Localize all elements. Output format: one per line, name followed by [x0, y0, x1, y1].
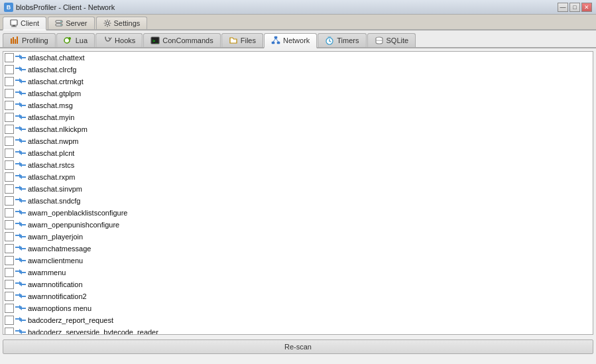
list-item[interactable]: atlaschat.sndcfg	[3, 195, 593, 207]
hooks-icon	[103, 36, 112, 45]
svg-rect-9	[13, 37, 14, 44]
window-controls[interactable]: — □ ✕	[558, 3, 592, 12]
list-item[interactable]: awarnmenu	[3, 267, 593, 278]
tab-files-label: Files	[241, 36, 256, 44]
network-icon	[271, 36, 280, 45]
list-item-checkbox[interactable]	[5, 268, 14, 277]
list-item-checkbox[interactable]	[5, 65, 14, 74]
tab-concommands[interactable]: >_ ConCommands	[143, 33, 220, 47]
list-item-checkbox[interactable]	[5, 208, 14, 217]
list-item-checkbox[interactable]	[5, 292, 14, 301]
list-item-label: badcoderz_report_request	[28, 316, 113, 324]
list-item[interactable]: badcoderz_report_request	[3, 314, 593, 326]
list-item[interactable]: awarnchatmessage	[3, 243, 593, 255]
list-item[interactable]: atlaschat.rstcs	[3, 159, 593, 171]
list-item-checkbox[interactable]	[5, 89, 14, 98]
tab-lua[interactable]: Lua	[56, 33, 95, 47]
maximize-button[interactable]: □	[569, 3, 580, 12]
network-arrow-icon	[15, 53, 26, 62]
list-item[interactable]: atlaschat.sinvpm	[3, 183, 593, 195]
list-item[interactable]: badcoderz_serverside_bytecode_reader	[3, 326, 593, 335]
window-title: blobsProfiler - Client - Network	[16, 3, 115, 11]
list-item[interactable]: atlaschat.msg	[3, 99, 593, 111]
list-item[interactable]: atlaschat.myin	[3, 111, 593, 123]
network-list[interactable]: atlaschat.chattext atlaschat.clrcfg atla…	[3, 51, 593, 335]
list-item-checkbox[interactable]	[5, 184, 14, 194]
svg-text:>_: >_	[152, 38, 158, 44]
list-item-checkbox[interactable]	[5, 172, 14, 182]
list-item-checkbox[interactable]	[5, 232, 14, 241]
list-item-checkbox[interactable]	[5, 137, 14, 146]
list-item-checkbox[interactable]	[5, 149, 14, 158]
list-item-checkbox[interactable]	[5, 113, 14, 122]
list-item[interactable]: atlaschat.nlkickpm	[3, 123, 593, 135]
list-item[interactable]: atlaschat.gtplpm	[3, 88, 593, 99]
list-item[interactable]: awarn_playerjoin	[3, 231, 593, 243]
list-item-checkbox[interactable]	[5, 101, 14, 110]
tab-server[interactable]: Server	[48, 17, 94, 29]
rescan-button[interactable]: Re-scan	[3, 339, 593, 354]
tab-files[interactable]: Files	[221, 33, 263, 47]
tab-profiling[interactable]: Profiling	[3, 33, 56, 47]
sub-tab-bar: Profiling Lua Hooks >_ ConCommands Files	[0, 30, 596, 48]
tab-lua-label: Lua	[76, 36, 88, 44]
list-item[interactable]: atlaschat.crtrnkgt	[3, 76, 593, 88]
main-tab-bar: Client Server Settings	[0, 15, 596, 30]
list-item-label: atlaschat.sndcfg	[28, 197, 81, 205]
svg-point-5	[60, 21, 62, 23]
list-item-checkbox[interactable]	[5, 125, 14, 134]
list-item-checkbox[interactable]	[5, 256, 14, 265]
network-arrow-icon	[15, 196, 26, 206]
network-arrow-icon	[15, 232, 26, 241]
list-item[interactable]: awarn_openpunishconfigure	[3, 219, 593, 231]
close-button[interactable]: ✕	[581, 3, 592, 12]
lua-icon	[64, 36, 73, 45]
network-arrow-icon	[15, 328, 26, 335]
svg-point-6	[60, 25, 62, 26]
list-item[interactable]: atlaschat.plcnt	[3, 147, 593, 159]
network-arrow-icon	[15, 304, 26, 313]
list-item-checkbox[interactable]	[5, 160, 14, 170]
list-item[interactable]: awarnnotification2	[3, 290, 593, 302]
tab-sqlite-label: SQLite	[387, 36, 409, 44]
list-item-label: atlaschat.msg	[28, 101, 73, 109]
svg-line-20	[276, 38, 278, 42]
list-item-label: awarnoptions menu	[28, 304, 91, 312]
list-item[interactable]: awarnoptions menu	[3, 302, 593, 314]
list-item-checkbox[interactable]	[5, 196, 14, 206]
tab-profiling-label: Profiling	[22, 36, 48, 44]
list-item[interactable]: awarnclientmenu	[3, 255, 593, 267]
list-item-checkbox[interactable]	[5, 77, 14, 86]
files-icon	[229, 36, 238, 45]
tab-sqlite[interactable]: SQLite	[367, 33, 416, 47]
network-arrow-icon	[15, 316, 26, 325]
list-item[interactable]: awarn_openblacklistsconfigure	[3, 207, 593, 219]
svg-rect-18	[277, 42, 280, 44]
network-arrow-icon	[15, 77, 26, 86]
list-item-checkbox[interactable]	[5, 53, 14, 62]
list-item-label: atlaschat.gtplpm	[28, 90, 81, 97]
list-item-checkbox[interactable]	[5, 220, 14, 229]
list-item-checkbox[interactable]	[5, 328, 14, 335]
list-item[interactable]: atlaschat.rxpm	[3, 171, 593, 183]
list-item[interactable]: awarnnotification	[3, 278, 593, 290]
tab-settings[interactable]: Settings	[96, 17, 148, 29]
svg-point-13	[68, 37, 71, 40]
list-item[interactable]: atlaschat.chattext	[3, 52, 593, 64]
svg-rect-2	[11, 27, 17, 27]
minimize-button[interactable]: —	[558, 3, 568, 12]
list-item[interactable]: atlaschat.nwpm	[3, 135, 593, 147]
list-item-checkbox[interactable]	[5, 244, 14, 253]
list-item-checkbox[interactable]	[5, 304, 14, 313]
content-area: atlaschat.chattext atlaschat.clrcfg atla…	[0, 48, 596, 356]
tab-client[interactable]: Client	[3, 17, 46, 30]
list-item[interactable]: atlaschat.clrcfg	[3, 64, 593, 76]
concommands-icon: >_	[150, 36, 160, 45]
list-item-checkbox[interactable]	[5, 280, 14, 289]
tab-network[interactable]: Network	[264, 33, 317, 48]
network-arrow-icon	[15, 256, 26, 265]
list-item-checkbox[interactable]	[5, 316, 14, 325]
tab-hooks[interactable]: Hooks	[95, 33, 143, 47]
tab-server-label: Server	[66, 19, 87, 27]
tab-timers[interactable]: Timers	[318, 33, 366, 47]
